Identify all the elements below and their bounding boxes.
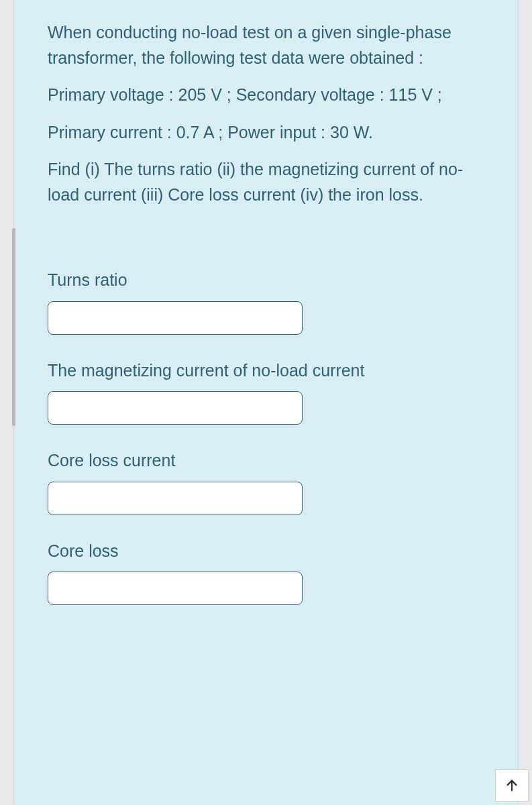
question-paragraph: Primary current : 0.7 A ; Power input : … — [48, 120, 484, 146]
answer-label: Turns ratio — [48, 268, 484, 293]
magnetizing-current-input[interactable] — [48, 391, 303, 425]
core-loss-input[interactable] — [48, 572, 303, 605]
scroll-to-top-button[interactable] — [495, 769, 529, 802]
scroll-indicator[interactable] — [12, 228, 15, 426]
core-loss-current-input[interactable] — [48, 482, 303, 515]
answer-section: Turns ratio The magnetizing current of n… — [48, 268, 484, 605]
question-paragraph: When conducting no-load test on a given … — [48, 20, 484, 70]
answer-label: The magnetizing current of no-load curre… — [48, 358, 484, 384]
question-paragraph: Primary voltage : 205 V ; Secondary volt… — [48, 83, 484, 108]
answer-field-core-loss-current: Core loss current — [48, 448, 484, 515]
answer-label: Core loss — [48, 539, 484, 564]
question-text: When conducting no-load test on a given … — [48, 20, 484, 207]
question-paragraph: Find (i) The turns ratio (ii) the magnet… — [48, 157, 484, 207]
arrow-up-icon — [504, 778, 519, 793]
turns-ratio-input[interactable] — [48, 301, 303, 335]
answer-field-turns-ratio: Turns ratio — [48, 268, 484, 335]
answer-field-core-loss: Core loss — [48, 539, 484, 606]
question-card: When conducting no-load test on a given … — [13, 0, 519, 805]
answer-label: Core loss current — [48, 448, 484, 474]
answer-field-magnetizing-current: The magnetizing current of no-load curre… — [48, 358, 484, 425]
